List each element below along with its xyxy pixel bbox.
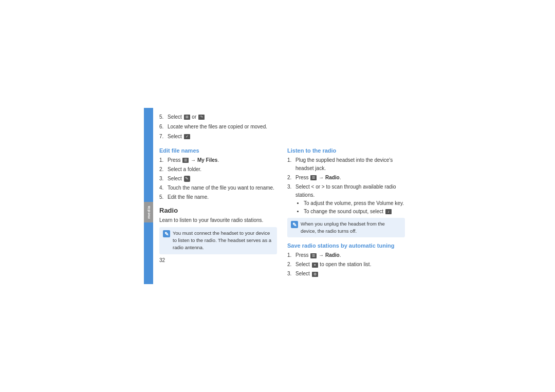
svg-text:✎: ✎	[292, 222, 297, 228]
ef-step-4-text: Touch the name of the file you want to r…	[168, 184, 274, 192]
radio-title: Radio	[159, 207, 277, 214]
ef-step-1-num: 1.	[159, 156, 168, 164]
listen-radio-steps: 1. Plug the supplied headset into the de…	[287, 156, 405, 216]
copy-icon: ⊞	[184, 115, 190, 120]
lr-step-3-num: 3.	[287, 183, 295, 191]
note-icon-2: ✎	[291, 221, 298, 228]
lr-step-1-text: Plug the supplied headset into the devic…	[295, 156, 405, 173]
top-list-section: 5. Select ⊞ or ↷ 6. Locate where the fil…	[159, 113, 405, 142]
sidebar-blue-top	[144, 108, 153, 202]
sidebar-gray-section: media	[144, 202, 153, 222]
lr-step-2-text: Press ☰ → Radio.	[295, 174, 341, 182]
sr-step-2-num: 2.	[287, 260, 295, 269]
page-container: media 5. Select ⊞ or ↷ 6. Locate where t…	[144, 108, 411, 285]
save-radio-section: Save radio stations by automatic tuning …	[287, 242, 405, 278]
sidebar-blue-bottom	[144, 222, 153, 284]
menu-icon-1: ☰	[182, 158, 189, 163]
sr-step-1-num: 1.	[287, 251, 295, 259]
sound-icon: ♪	[385, 209, 392, 214]
auto-tune-icon: ⚙	[312, 272, 318, 277]
edit-file-names-title: Edit file names	[159, 147, 277, 154]
radio-note-box: ✎ You must connect the headset to your d…	[159, 227, 277, 254]
station-list-icon: ≡	[312, 263, 318, 268]
menu-icon-3: ☰	[310, 253, 317, 258]
lr-step-3-text: Select < or > to scan through available …	[295, 184, 396, 198]
step-6-text: Locate where the files are copied or mov…	[168, 123, 267, 131]
listen-radio-note-text: When you unplug the headset from the dev…	[301, 220, 401, 235]
step-5-num: 5.	[159, 113, 168, 121]
step-7-num: 7.	[159, 133, 168, 141]
page-number: 32	[159, 257, 277, 263]
sidebar-label: media	[146, 206, 151, 219]
save-radio-steps: 1. Press ☰ → Radio. 2. Select ≡ to open …	[287, 251, 405, 278]
lr-step-1-num: 1.	[287, 156, 295, 164]
step-5-text: Select ⊞ or ↷	[168, 113, 205, 121]
step-7-text: Select ✓	[168, 133, 191, 141]
sr-step-2-text: Select ≡ to open the station list.	[295, 260, 371, 269]
listen-radio-note-box: ✎ When you unplug the headset from the d…	[287, 218, 405, 238]
edit-file-names-steps: 1. Press ☰ → My Files. 2. Select a folde…	[159, 156, 277, 201]
svg-text:✎: ✎	[164, 231, 169, 237]
radio-section: Radio Learn to listen to your favourite …	[159, 207, 277, 263]
two-column-layout: Edit file names 1. Press ☰ → My Files. 2…	[159, 147, 405, 279]
menu-icon-2: ☰	[310, 175, 317, 180]
radio-note-text: You must connect the headset to your dev…	[173, 230, 273, 252]
sidebar-bar: media	[144, 108, 153, 285]
lr-step-3-content: Select < or > to scan through available …	[295, 183, 405, 216]
ef-step-3-num: 3.	[159, 175, 168, 183]
ef-step-3-text: Select ✎	[168, 175, 191, 183]
lr-bullet-2: To change the sound output, select ♪	[304, 208, 405, 216]
save-radio-title: Save radio stations by automatic tuning	[287, 242, 405, 249]
ef-step-2-num: 2.	[159, 165, 168, 174]
sr-step-3-num: 3.	[287, 270, 295, 278]
lr-step-3-bullets: To adjust the volume, press the Volume k…	[295, 199, 405, 216]
sr-step-3-text: Select ⚙	[295, 270, 319, 278]
ef-step-5-text: Edit the file name.	[168, 193, 209, 201]
ef-step-5-num: 5.	[159, 193, 168, 201]
note-icon: ✎	[163, 230, 170, 237]
left-column: Edit file names 1. Press ☰ → My Files. 2…	[159, 147, 277, 279]
listen-radio-title: Listen to the radio	[287, 147, 405, 154]
ef-step-4-num: 4.	[159, 184, 168, 192]
step-6-num: 6.	[159, 123, 168, 131]
listen-radio-section: Listen to the radio 1. Plug the supplied…	[287, 147, 405, 238]
lr-bullet-1: To adjust the volume, press the Volume k…	[304, 199, 405, 208]
sr-step-1-text: Press ☰ → Radio.	[295, 251, 341, 259]
confirm-icon: ✓	[184, 134, 190, 139]
main-content: 5. Select ⊞ or ↷ 6. Locate where the fil…	[153, 108, 411, 285]
move-icon: ↷	[198, 115, 205, 120]
ef-step-2-text: Select a folder.	[168, 165, 201, 174]
lr-step-2-num: 2.	[287, 174, 295, 182]
edit-file-names-section: Edit file names 1. Press ☰ → My Files. 2…	[159, 147, 277, 201]
radio-description: Learn to listen to your favourite radio …	[159, 216, 277, 224]
pencil-icon: ✎	[184, 176, 190, 182]
ef-step-1-text: Press ☰ → My Files.	[168, 156, 219, 164]
right-column: Listen to the radio 1. Plug the supplied…	[287, 147, 405, 279]
